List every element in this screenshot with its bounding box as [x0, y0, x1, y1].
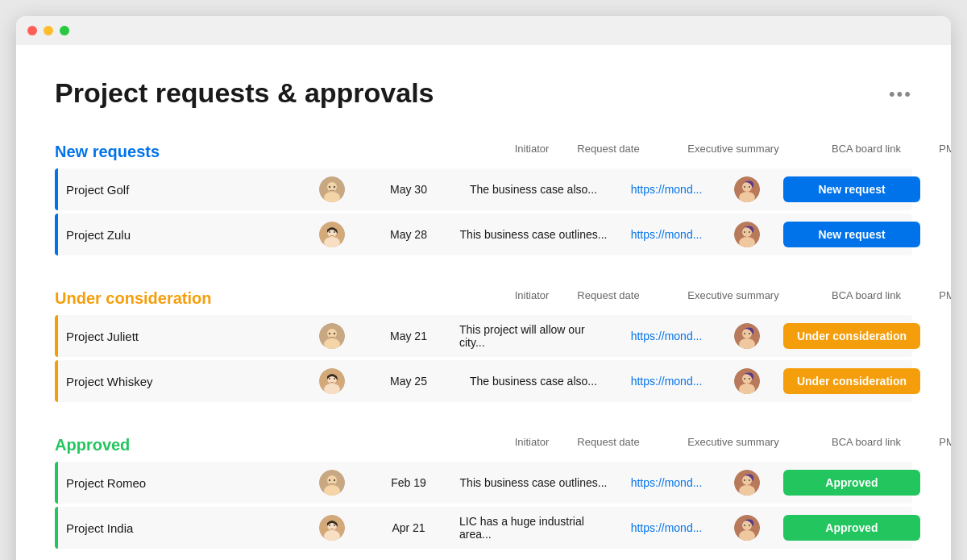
minimize-button[interactable] — [44, 26, 53, 35]
status-cell[interactable]: Under consideration — [775, 315, 928, 357]
row-action — [928, 328, 951, 344]
status-cell[interactable]: Approved — [775, 462, 928, 504]
section-under-consideration: Under considerationInitiatorRequest date… — [55, 284, 912, 402]
svg-point-9 — [749, 186, 750, 188]
svg-point-38 — [744, 378, 745, 380]
row-action — [928, 475, 951, 491]
column-headers: InitiatorRequest dateExecutive summaryBC… — [248, 431, 951, 458]
main-content: Project requests & approvals ••• New req… — [16, 45, 951, 560]
svg-point-24 — [334, 333, 335, 334]
request-date: May 28 — [364, 220, 453, 249]
svg-point-18 — [744, 231, 745, 233]
executive-summary: The business case also... — [453, 175, 614, 204]
svg-point-28 — [744, 333, 745, 334]
col-header-empty — [258, 143, 500, 160]
bca-board-link[interactable]: https://mond... — [614, 367, 719, 396]
svg-point-33 — [329, 378, 330, 380]
status-cell[interactable]: Under consideration — [775, 360, 928, 402]
status-cell[interactable]: Approved — [775, 507, 928, 549]
sections-container: New requestsInitiatorRequest dateExecuti… — [55, 138, 912, 549]
svg-point-13 — [329, 231, 330, 233]
col-header-bca-board-link: BCA board link — [814, 289, 919, 307]
svg-point-41 — [327, 475, 337, 485]
col-header-initiator: Initiator — [500, 143, 564, 160]
table-row[interactable]: Project WhiskeyMay 25The business case a… — [55, 360, 912, 402]
bca-board-link[interactable]: https://mond... — [614, 321, 719, 351]
col-header-empty — [258, 289, 500, 307]
close-button[interactable] — [27, 26, 37, 35]
pm-avatar — [719, 462, 775, 504]
request-date: May 30 — [364, 175, 453, 204]
more-menu-button[interactable]: ••• — [889, 84, 912, 105]
status-badge: Under consideration — [783, 323, 920, 349]
app-window: Project requests & approvals ••• New req… — [16, 16, 951, 560]
initiator-avatar — [300, 168, 364, 210]
pm-avatar — [719, 214, 775, 255]
status-badge: New request — [783, 222, 920, 247]
table-row[interactable]: Project IndiaApr 21LIC has a huge indust… — [55, 507, 912, 549]
table-row[interactable]: Project JuliettMay 21This project will a… — [55, 315, 912, 357]
initiator-avatar — [300, 507, 364, 549]
svg-point-34 — [334, 378, 335, 380]
bca-board-link[interactable]: https://mond... — [614, 468, 719, 497]
svg-point-14 — [334, 231, 335, 233]
status-cell[interactable]: New request — [775, 214, 928, 255]
svg-point-3 — [329, 186, 330, 188]
col-header-executive-summary: Executive summary — [653, 436, 814, 454]
executive-summary: This project will allow our city... — [453, 315, 614, 357]
project-name: Project Whiskey — [58, 367, 300, 396]
svg-point-4 — [334, 186, 335, 188]
table-row[interactable]: Project ZuluMay 28This business case out… — [55, 214, 912, 255]
col-header-pm: PM — [919, 289, 951, 307]
svg-point-49 — [749, 479, 750, 481]
section-title-under-consideration: Under consideration — [55, 289, 248, 308]
pm-avatar — [719, 360, 775, 402]
column-headers: InitiatorRequest dateExecutive summaryBC… — [248, 284, 951, 312]
col-header-initiator: Initiator — [500, 289, 564, 307]
svg-point-1 — [327, 182, 337, 192]
page-header: Project requests & approvals ••• — [55, 77, 912, 109]
col-header-pm: PM — [919, 436, 951, 454]
executive-summary: The business case also... — [453, 367, 614, 396]
status-badge: Approved — [783, 470, 920, 496]
col-header-bca-board-link: BCA board link — [814, 143, 919, 160]
project-name: Project India — [58, 513, 300, 543]
status-badge: New request — [783, 176, 920, 202]
title-bar — [16, 16, 951, 45]
svg-point-39 — [749, 378, 750, 380]
svg-point-19 — [749, 231, 750, 233]
svg-point-59 — [749, 525, 750, 526]
col-header-request-date: Request date — [564, 436, 653, 454]
status-cell[interactable]: New request — [775, 168, 928, 210]
svg-point-8 — [744, 186, 745, 188]
col-header-initiator: Initiator — [500, 436, 564, 454]
col-header-bca-board-link: BCA board link — [814, 436, 919, 454]
col-header-request-date: Request date — [564, 143, 653, 160]
table-row[interactable]: Project GolfMay 30The business case also… — [55, 168, 912, 210]
row-action — [928, 373, 951, 389]
page-title: Project requests & approvals — [55, 77, 434, 109]
maximize-button[interactable] — [60, 26, 69, 35]
request-date: Feb 19 — [364, 468, 453, 497]
project-name: Project Golf — [58, 175, 300, 205]
bca-board-link[interactable]: https://mond... — [614, 220, 719, 249]
column-headers: InitiatorRequest dateExecutive summaryBC… — [248, 138, 951, 165]
col-header-executive-summary: Executive summary — [653, 143, 814, 160]
table-row[interactable]: Project RomeoFeb 19This business case ou… — [55, 462, 912, 504]
section-new-requests: New requestsInitiatorRequest dateExecuti… — [55, 138, 912, 255]
svg-point-58 — [744, 525, 745, 526]
col-header-executive-summary: Executive summary — [653, 289, 814, 307]
svg-point-23 — [329, 333, 330, 334]
initiator-avatar — [300, 462, 364, 504]
svg-point-43 — [329, 479, 330, 481]
svg-point-48 — [744, 479, 745, 481]
svg-point-21 — [327, 329, 337, 338]
row-action — [928, 181, 951, 197]
svg-point-54 — [334, 525, 335, 526]
bca-board-link[interactable]: https://mond... — [614, 513, 719, 542]
row-action — [928, 226, 951, 243]
svg-point-44 — [334, 479, 335, 481]
bca-board-link[interactable]: https://mond... — [614, 175, 719, 204]
pm-avatar — [719, 168, 775, 210]
initiator-avatar — [300, 214, 364, 255]
